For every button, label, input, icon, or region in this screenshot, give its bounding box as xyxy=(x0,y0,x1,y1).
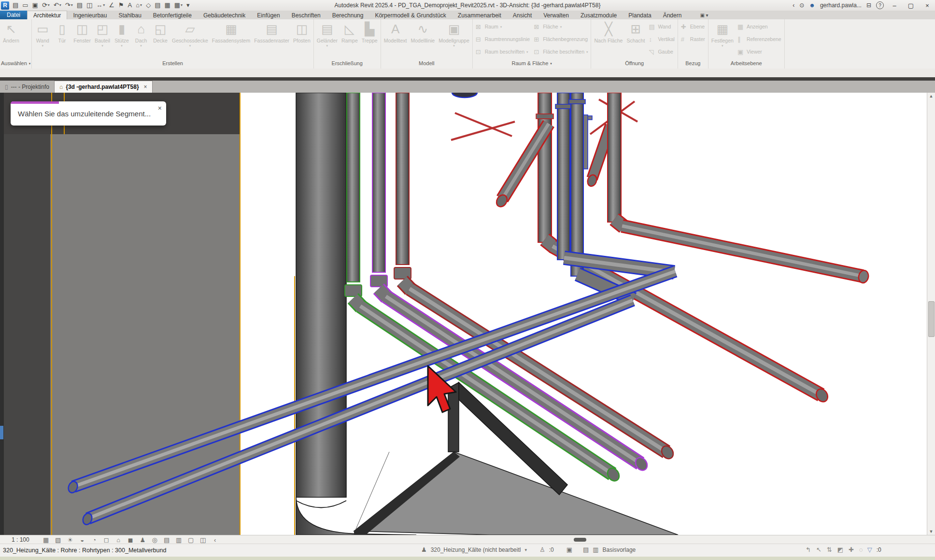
ribbon-button-fassadensystem[interactable]: ▦Fassadensystem xyxy=(210,20,252,59)
ribbon-button-wand[interactable]: ▤Wand xyxy=(647,20,676,33)
select-underlay-icon[interactable]: ⇅ xyxy=(827,546,832,553)
workset-caret-icon[interactable]: ▾ xyxy=(524,547,527,552)
revit-logo[interactable]: R xyxy=(1,1,9,10)
ribbon-button-rampe[interactable]: ◺Rampe xyxy=(340,20,360,59)
active-design-option[interactable]: Basisvorlage xyxy=(603,546,636,553)
ribbon-button-fenster[interactable]: ◫Fenster xyxy=(71,20,93,59)
dropdown-caret-icon[interactable]: ▾ xyxy=(48,1,50,10)
collapsed-panel-handle[interactable] xyxy=(0,426,3,439)
locked-3d-icon[interactable]: ◼ xyxy=(125,536,137,544)
close-button[interactable]: × xyxy=(921,2,933,9)
ribbon-tab-stahlbau[interactable]: Stahlbau xyxy=(113,11,147,19)
design-options-icon[interactable]: ▣ xyxy=(567,546,572,553)
horizontal-scroll-thumb[interactable] xyxy=(574,538,586,542)
ribbon-button-ändern[interactable]: ↖Ändern xyxy=(1,20,21,59)
ribbon-tab-berechnung[interactable]: Berechnung xyxy=(326,11,369,19)
ribbon-button-bauteil[interactable]: ◰Bauteil▾ xyxy=(93,20,112,59)
ribbon-tab-einfügen[interactable]: Einfügen xyxy=(251,11,285,19)
save-icon[interactable]: ▣ xyxy=(31,1,40,10)
store-cart-icon[interactable]: ⊟ xyxy=(866,2,871,9)
ribbon-button-modelltext[interactable]: AModelltext xyxy=(382,20,409,59)
panel-label-auswählen[interactable]: Auswählen▾ xyxy=(1,59,30,68)
ribbon-tab-plandata[interactable]: Plandata xyxy=(623,11,657,19)
active-workset-select[interactable]: 320_Heizung_Kälte (nicht bearbeitl xyxy=(431,546,521,553)
back-icon[interactable]: ‹ xyxy=(793,2,794,9)
view-tab-projektinfo[interactable]: ▯ --- - Projektinfo xyxy=(0,81,54,93)
show-crop-icon[interactable]: ⌂ xyxy=(113,536,125,544)
ribbon-button-modelllinie[interactable]: ∿Modelllinie xyxy=(409,20,437,59)
scroll-down-icon[interactable]: ▼ xyxy=(927,529,935,534)
active-option-icon[interactable]: ▥ xyxy=(593,546,598,553)
editing-requests-icon[interactable]: ♙ xyxy=(539,546,545,553)
ribbon-tab-betonfertigteile[interactable]: Betonfertigteile xyxy=(147,11,198,19)
ribbon-tab-körpermodell-grundstück[interactable]: Körpermodell & Grundstück xyxy=(369,11,452,19)
ribbon-button-pfosten[interactable]: ◫Pfosten xyxy=(291,20,312,59)
ribbon-button-anzeigen[interactable]: ▦Anzeigen xyxy=(736,20,783,33)
visual-style-icon[interactable]: ▧ xyxy=(52,536,64,544)
main-model-icon[interactable]: ▤ xyxy=(583,546,589,553)
ribbon-button-festlegen[interactable]: ▦Festlegen▾ xyxy=(709,20,736,59)
view-tab-3d-active[interactable]: ⌂ {3d -gerhard.pawlat4PT58} × xyxy=(54,81,153,93)
minimize-button[interactable]: – xyxy=(889,2,900,9)
dropdown-caret-icon[interactable]: ▾ xyxy=(59,1,61,10)
toast-close-icon[interactable]: × xyxy=(158,104,162,112)
ribbon-button-fassadenraster[interactable]: ▤Fassadenraster xyxy=(252,20,291,59)
close-view-tab-icon[interactable]: × xyxy=(144,84,147,90)
section-icon[interactable]: ◇ xyxy=(144,1,152,10)
ribbon-button-raum-beschriften[interactable]: ⊡Raum beschriften▾ xyxy=(474,45,532,58)
print-icon[interactable]: ▤ xyxy=(75,1,84,10)
reveal-hidden-icon[interactable]: ▤ xyxy=(161,536,173,544)
worksharing-display-icon[interactable]: ▥ xyxy=(173,536,185,544)
undo-icon[interactable]: ↶▾ xyxy=(52,1,63,10)
ribbon-button-gaube[interactable]: ◹Gaube xyxy=(647,45,676,58)
ribbon-button-raumtrennungslinie[interactable]: ⊟Raumtrennungslinie xyxy=(474,33,532,45)
ribbon-tab-ändern[interactable]: Ändern xyxy=(657,11,688,19)
pipe-end-top[interactable] xyxy=(452,93,477,98)
ribbon-button-geländer[interactable]: ▤Geländer▾ xyxy=(315,20,340,59)
displaced-elements-icon[interactable]: ◫ xyxy=(197,536,209,544)
ribbon-button-nach-fläche[interactable]: ╳Nach Fläche xyxy=(592,20,624,59)
ribbon-button-wand[interactable]: ▭Wand▾ xyxy=(33,20,52,59)
sketchy-lines-icon[interactable]: ◔ xyxy=(88,536,100,544)
ribbon-button-raster[interactable]: #Raster xyxy=(679,33,707,45)
filter-icon[interactable]: ▽ xyxy=(867,546,872,553)
switch-windows-icon[interactable]: ▦▾ xyxy=(173,1,184,10)
dropdown-caret-icon[interactable]: ▾ xyxy=(103,1,105,10)
panel-label-raum-fläche[interactable]: Raum & Fläche▾ xyxy=(474,59,590,68)
ribbon-button-tür[interactable]: ▯Tür xyxy=(52,20,71,59)
default-3d-view-icon[interactable]: ⌂▾ xyxy=(134,1,143,10)
shadows-icon[interactable]: ◒ xyxy=(76,536,88,544)
ribbon-button-referenzebene[interactable]: ∥Referenzebene xyxy=(736,33,783,45)
ribbon-tab-architektur[interactable]: Architektur xyxy=(27,11,67,19)
measure-icon[interactable]: ∠ xyxy=(107,1,116,10)
tag-icon[interactable]: ⚑ xyxy=(117,1,126,10)
detail-level-icon[interactable]: ▦ xyxy=(40,536,52,544)
ribbon-button-raum[interactable]: ⊠Raum▾ xyxy=(474,20,532,33)
model-3d-view[interactable] xyxy=(0,93,935,535)
ribbon-button-stütze[interactable]: ▮Stütze▾ xyxy=(112,20,131,59)
sheet-icon[interactable]: ◫ xyxy=(85,1,94,10)
dropdown-caret-icon[interactable]: ▾ xyxy=(71,1,73,10)
vertical-scrollbar[interactable]: ▲ ▼ xyxy=(927,93,935,535)
close-inactive-windows-icon[interactable]: ▦ xyxy=(163,1,171,10)
drawing-area[interactable]: Wählen Sie das umzuleitende Segment... × xyxy=(0,93,935,535)
dropdown-caret-icon[interactable]: ▾ xyxy=(140,1,142,10)
ribbon-button-fläche[interactable]: ⊠Fläche▾ xyxy=(532,20,590,33)
ribbon-tab-ingenieurbau[interactable]: Ingenieurbau xyxy=(67,11,113,19)
pipe-red-riser-b[interactable] xyxy=(608,93,869,284)
select-pinned-icon[interactable]: ◩ xyxy=(837,546,843,553)
ribbon-button-treppe[interactable]: ▙Treppe xyxy=(360,20,380,59)
ribbon-button-flächenbegrenzung[interactable]: ⊞Flächenbegrenzung xyxy=(532,33,590,45)
scroll-up-icon[interactable]: ▲ xyxy=(927,94,935,98)
sync-icon[interactable]: ⟳▾ xyxy=(41,1,51,10)
ribbon-button-decke[interactable]: ◱Decke xyxy=(151,20,170,59)
ribbon-button-schacht[interactable]: ⊞Schacht xyxy=(624,20,647,59)
dropdown-caret-icon[interactable]: ▾ xyxy=(181,1,183,10)
select-by-face-icon[interactable]: ✚ xyxy=(849,546,854,553)
thin-lines-icon[interactable]: ▤ xyxy=(153,1,162,10)
ribbon-button-modellgruppe[interactable]: ▣Modellgruppe▾ xyxy=(437,20,471,59)
ribbon-button-fläche-beschriften[interactable]: ⊡Fläche beschriften▾ xyxy=(532,45,590,58)
sun-path-icon[interactable]: ☀ xyxy=(64,536,76,544)
ribbon-tab-zusammenarbeit[interactable]: Zusammenarbeit xyxy=(452,11,507,19)
search-icon[interactable]: ⊙ xyxy=(799,2,804,9)
